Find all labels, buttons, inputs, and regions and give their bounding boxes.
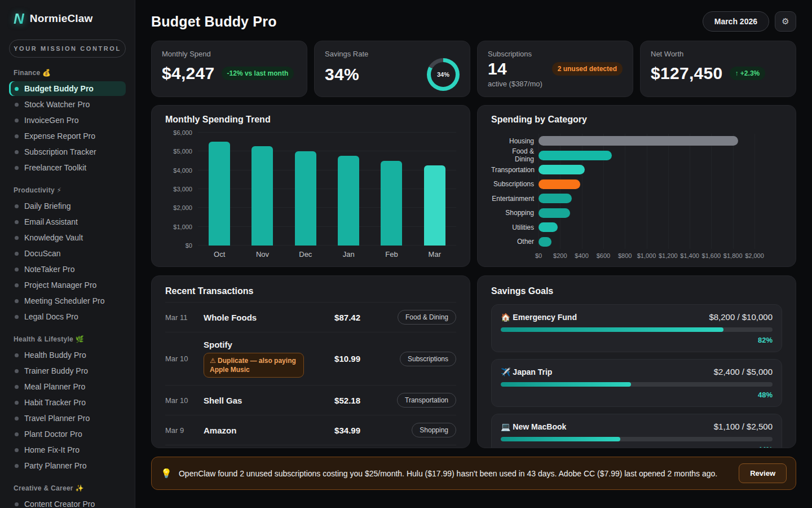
sidebar-item-invoicegen-pro[interactable]: InvoiceGen Pro — [9, 113, 126, 128]
transaction-name-cell: Shell Gas — [204, 396, 306, 405]
transaction-category-cell: Subscriptions — [360, 352, 456, 366]
transaction-name-cell: Whole Foods — [204, 313, 306, 322]
sidebar-item-project-manager-pro[interactable]: Project Manager Pro — [9, 278, 126, 292]
nav-item-dot-icon — [15, 315, 19, 319]
x-axis-tick: Jan — [327, 250, 370, 259]
sidebar-item-trainer-buddy-pro[interactable]: Trainer Buddy Pro — [9, 364, 126, 378]
subscriptions-value: 14 — [488, 59, 552, 78]
category-chip[interactable]: Food & Dining — [398, 310, 456, 325]
app-name: NormieClaw — [30, 12, 93, 25]
sidebar-item-habit-tracker-pro[interactable]: Habit Tracker Pro — [9, 395, 126, 410]
savings-rate-donut: 34% — [427, 58, 460, 91]
nav-item-dot-icon — [15, 448, 19, 452]
transaction-name: Shell Gas — [204, 396, 306, 405]
transaction-date: Mar 10 — [165, 354, 204, 363]
nav-item-dot-icon — [15, 87, 19, 91]
x-axis-tick: $200 — [553, 252, 567, 259]
trend-bar-dec — [295, 151, 316, 246]
savings-rate-value: 34% — [325, 65, 359, 84]
stat-label: Savings Rate — [325, 50, 460, 58]
panel-title: Recent Transactions — [165, 286, 456, 296]
sidebar-item-stock-watcher-pro[interactable]: Stock Watcher Pro — [9, 97, 126, 112]
transaction-category-cell: Food & Dining — [360, 310, 456, 325]
nav-item-dot-icon — [15, 464, 19, 468]
category-row: Housing — [491, 134, 782, 148]
nav-section-header: Health & Lifestyle 🌿 — [14, 335, 121, 343]
transaction-name-cell: Spotify⚠ Duplicate — also paying Apple M… — [204, 340, 306, 378]
gear-icon: ⚙ — [782, 16, 789, 26]
x-axis-tick: $600 — [597, 252, 610, 259]
savings-goal-card: ✈️ Japan Trip$2,400 / $5,00048% — [491, 359, 782, 407]
x-axis-tick: $2,000 — [745, 252, 764, 259]
sidebar-item-subscription-tracker[interactable]: Subscription Tracker — [9, 144, 126, 159]
nav-item-label: Budget Buddy Pro — [24, 84, 94, 93]
sidebar-item-meeting-scheduler-pro[interactable]: Meeting Scheduler Pro — [9, 294, 126, 308]
duplicate-warning-badge: ⚠ Duplicate — also paying Apple Music — [204, 353, 304, 378]
sidebar-item-legal-docs-pro[interactable]: Legal Docs Pro — [9, 309, 126, 324]
savings-goal-card: 🏠 Emergency Fund$8,200 / $10,00082% — [491, 304, 782, 352]
sidebar-item-travel-planner-pro[interactable]: Travel Planner Pro — [9, 411, 126, 426]
sidebar-item-party-planner-pro[interactable]: Party Planner Pro — [9, 458, 126, 473]
nav-item-label: Project Manager Pro — [24, 281, 96, 290]
goal-progress-amounts: $8,200 / $10,000 — [709, 312, 773, 322]
nav-item-dot-icon — [15, 236, 19, 240]
transaction-amount: $52.18 — [306, 396, 360, 405]
goal-name: ✈️ Japan Trip — [501, 367, 552, 376]
sidebar-item-freelancer-toolkit[interactable]: Freelancer Toolkit — [9, 160, 126, 175]
review-button[interactable]: Review — [739, 463, 787, 483]
sidebar-item-budget-buddy-pro[interactable]: Budget Buddy Pro — [9, 81, 126, 96]
logo: N NormieClaw — [9, 10, 126, 27]
nav-item-label: Subscription Tracker — [24, 147, 96, 156]
sidebar-item-expense-report-pro[interactable]: Expense Report Pro — [9, 129, 126, 143]
category-chip[interactable]: Transportation — [397, 393, 456, 408]
sidebar-item-notetaker-pro[interactable]: NoteTaker Pro — [9, 262, 126, 277]
transaction-name: Amazon — [204, 426, 306, 435]
sidebar-item-email-assistant[interactable]: Email Assistant — [9, 214, 126, 229]
category-chip[interactable]: Shopping — [412, 423, 456, 437]
transaction-amount: $34.99 — [306, 426, 360, 435]
sidebar-item-health-buddy-pro[interactable]: Health Buddy Pro — [9, 348, 126, 362]
x-axis-tick: Nov — [241, 250, 284, 259]
transaction-date: Mar 11 — [165, 313, 204, 322]
sidebar-item-knowledge-vault[interactable]: Knowledge Vault — [9, 230, 126, 245]
net-worth-trend-badge: ↑ +2.3% — [730, 67, 766, 80]
category-label: Subscriptions — [491, 180, 534, 188]
nav-item-label: InvoiceGen Pro — [24, 116, 79, 125]
settings-button[interactable]: ⚙ — [775, 11, 796, 32]
sidebar-item-content-creator-pro[interactable]: Content Creator Pro — [9, 497, 126, 508]
charts-row: Monthly Spending Trend $0$1,000$2,000$3,… — [151, 105, 796, 267]
x-axis-tick: $1,800 — [723, 252, 743, 259]
savings-goal-card: 💻 New MacBook$1,100 / $2,50044% — [491, 414, 782, 448]
monthly-spend-trend-badge: -12% vs last month — [222, 67, 294, 80]
sidebar-item-home-fix-it-pro[interactable]: Home Fix-It Pro — [9, 443, 126, 457]
panel-title: Savings Goals — [491, 286, 782, 296]
goal-progress-amounts: $2,400 / $5,000 — [714, 367, 773, 376]
trend-bar-feb — [381, 161, 402, 246]
category-bar-utilities — [539, 222, 558, 232]
page-title: Budget Buddy Pro — [151, 14, 277, 30]
y-axis-tick: $0 — [165, 242, 192, 249]
transaction-name: Whole Foods — [204, 313, 306, 322]
period-button[interactable]: March 2026 — [703, 11, 769, 32]
subscriptions-card: Subscriptions 14 active ($387/mo) 2 unus… — [477, 41, 633, 97]
transaction-row: Mar 10Shell Gas$52.18Transportation — [165, 385, 456, 415]
y-axis-tick: $2,000 — [165, 204, 192, 211]
goal-progress-track — [501, 327, 773, 332]
transaction-date: Mar 10 — [165, 396, 204, 405]
nav-item-dot-icon — [15, 502, 19, 506]
spending-by-category-card: Spending by Category HousingFood & Dinin… — [477, 105, 796, 267]
sidebar-item-plant-doctor-pro[interactable]: Plant Doctor Pro — [9, 427, 126, 441]
category-bar-food-dining — [539, 151, 612, 160]
nav-item-label: Daily Briefing — [24, 202, 70, 211]
monthly-spend-value: $4,247 — [162, 64, 215, 83]
transaction-date: Mar 9 — [165, 426, 204, 435]
sidebar-item-docuscan[interactable]: DocuScan — [9, 246, 126, 261]
sidebar-item-meal-planner-pro[interactable]: Meal Planner Pro — [9, 379, 126, 394]
category-chip[interactable]: Subscriptions — [400, 352, 456, 366]
sidebar-item-daily-briefing[interactable]: Daily Briefing — [9, 199, 126, 213]
category-bar-entertainment — [539, 194, 572, 203]
goal-percent: 44% — [501, 445, 773, 448]
monthly-spend-card: Monthly Spend $4,247 -12% vs last month — [151, 41, 307, 97]
y-axis-tick: $4,000 — [165, 167, 192, 174]
y-axis-tick: $1,000 — [165, 224, 192, 230]
